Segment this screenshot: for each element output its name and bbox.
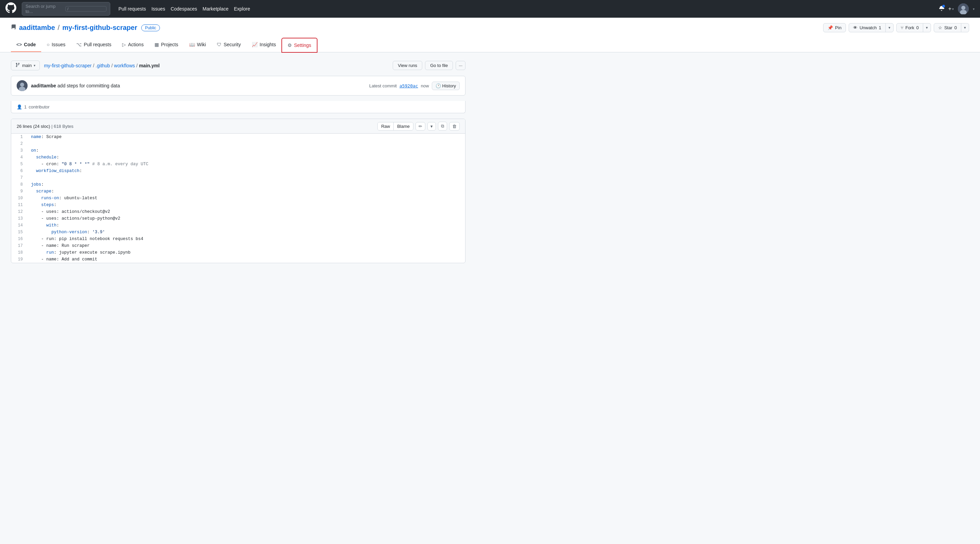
line-number: 19 (11, 256, 28, 263)
user-avatar[interactable] (958, 3, 969, 14)
history-button[interactable]: 🕐 History (432, 82, 460, 90)
commit-hash-link[interactable]: a5920ac (399, 83, 418, 89)
delete-button[interactable]: 🗑 (449, 122, 460, 130)
main-content: main ▾ my-first-github-scraper / .github… (0, 52, 476, 271)
github-logo[interactable] (5, 2, 16, 15)
repo-name-link[interactable]: my-first-github-scraper (62, 24, 137, 32)
fork-count: 0 (916, 25, 919, 30)
line-number: 11 (11, 201, 28, 208)
repo-icon (11, 24, 16, 31)
create-new-button[interactable]: + ▾ (948, 6, 954, 12)
table-row: 19 - name: Add and commit (11, 256, 465, 263)
raw-blame-buttons: Raw Blame (377, 122, 414, 130)
breadcrumb-github[interactable]: .github (95, 63, 110, 68)
pin-button[interactable]: 📌 Pin (823, 23, 846, 32)
slash-badge: / (65, 6, 107, 11)
go-to-file-button[interactable]: Go to file (425, 61, 453, 70)
line-code: workflow_dispatch: (28, 168, 465, 174)
notification-badge (942, 5, 945, 8)
more-options-button[interactable]: ··· (456, 61, 466, 70)
breadcrumb-workflows[interactable]: workflows (114, 63, 135, 68)
fork-button[interactable]: ⑂ Fork 0 (897, 24, 923, 32)
tab-insights[interactable]: 📈 Insights (247, 38, 282, 52)
tab-security[interactable]: 🛡 Security (211, 38, 247, 52)
pr-icon: ⌥ (76, 42, 82, 47)
latest-commit-label: Latest commit (369, 83, 397, 89)
tab-projects[interactable]: ▦ Projects (149, 38, 184, 52)
line-code: run: jupyter execute scrape.ipynb (28, 249, 465, 256)
table-row: 17 - name: Run scraper (11, 243, 465, 249)
breadcrumb-repo[interactable]: my-first-github-scraper (44, 63, 92, 68)
tab-actions[interactable]: ▷ Actions (117, 38, 149, 52)
nav-codespaces[interactable]: Codespaces (170, 6, 197, 11)
star-chevron[interactable]: ▾ (961, 24, 969, 32)
contributor-count: 1 (24, 105, 27, 109)
view-runs-button[interactable]: View runs (393, 61, 422, 70)
top-navigation: Search or jump to... / Pull requests Iss… (0, 0, 980, 18)
svg-point-1 (961, 6, 966, 10)
nav-pull-requests[interactable]: Pull requests (118, 6, 146, 11)
star-count: 0 (955, 25, 957, 30)
unwatch-chevron[interactable]: ▾ (886, 24, 893, 32)
blame-button[interactable]: Blame (394, 122, 413, 130)
wiki-icon: 📖 (189, 42, 195, 47)
line-number: 4 (11, 154, 28, 161)
file-header-row: main ▾ my-first-github-scraper / .github… (11, 60, 466, 70)
branch-name: main (22, 63, 32, 68)
nav-explore[interactable]: Explore (234, 6, 250, 11)
file-action-buttons: View runs Go to file ··· (393, 61, 466, 70)
star-button-group: ☆ Star 0 ▾ (934, 23, 969, 32)
notifications-button[interactable] (939, 5, 944, 13)
branch-selector[interactable]: main ▾ (11, 60, 40, 70)
tab-pull-requests[interactable]: ⌥ Pull requests (71, 38, 117, 52)
commit-author-name[interactable]: aadittambe (31, 83, 56, 89)
branch-chevron-icon: ▾ (34, 63, 35, 67)
table-row: 11 steps: (11, 201, 465, 208)
tab-wiki[interactable]: 📖 Wiki (184, 38, 211, 52)
repo-tabs: <> Code ○ Issues ⌥ Pull requests ▷ Actio… (11, 38, 969, 52)
line-code: - name: Add and commit (28, 256, 465, 263)
line-code: runs-on: ubuntu-latest (28, 195, 465, 201)
unwatch-button[interactable]: 👁 Unwatch 1 (849, 24, 886, 32)
table-row: 9 scrape: (11, 188, 465, 195)
raw-button[interactable]: Raw (378, 122, 394, 130)
line-code: steps: (28, 201, 465, 208)
edit-chevron-button[interactable]: ▾ (427, 122, 436, 130)
tab-code[interactable]: <> Code (11, 38, 41, 52)
nav-marketplace[interactable]: Marketplace (202, 6, 228, 11)
commit-time: now (421, 83, 429, 89)
branch-icon (15, 63, 20, 68)
avatar-chevron-icon: ▾ (973, 7, 975, 11)
nav-issues[interactable]: Issues (151, 6, 165, 11)
line-number: 3 (11, 147, 28, 154)
repo-owner-link[interactable]: aadittambe (19, 24, 55, 32)
breadcrumb-sep-1: / (93, 63, 94, 68)
repo-actions: 📌 Pin 👁 Unwatch 1 ▾ ⑂ Fork 0 ▾ (823, 23, 969, 32)
star-icon: ☆ (938, 25, 942, 30)
commit-info: aadittambe add steps for committing data (31, 83, 366, 89)
contributor-label: contributor (29, 105, 49, 109)
repo-title-row: aadittambe / my-first-github-scraper Pub… (11, 23, 969, 32)
search-box[interactable]: Search or jump to... / (22, 2, 110, 16)
table-row: 15 python-version: '3.9' (11, 229, 465, 236)
file-viewer: 26 lines (24 sloc) | 618 Bytes Raw Blame… (11, 119, 466, 263)
edit-button[interactable]: ✏ (415, 122, 425, 130)
file-lines: 26 lines (24 sloc) (17, 124, 50, 129)
line-code: schedule: (28, 154, 465, 161)
line-number: 18 (11, 249, 28, 256)
code-icon: <> (16, 42, 22, 47)
top-nav-links: Pull requests Issues Codespaces Marketpl… (118, 6, 250, 11)
copy-button[interactable]: ⧉ (438, 122, 447, 130)
tab-settings[interactable]: ⚙ Settings (282, 38, 318, 53)
line-number: 13 (11, 215, 28, 222)
tab-issues[interactable]: ○ Issues (41, 38, 71, 52)
fork-chevron[interactable]: ▾ (923, 24, 931, 32)
line-number: 9 (11, 188, 28, 195)
pin-label: Pin (835, 25, 842, 30)
line-code (28, 174, 465, 181)
table-row: 14 with: (11, 222, 465, 229)
breadcrumb: my-first-github-scraper / .github / work… (44, 63, 159, 68)
line-number: 10 (11, 195, 28, 201)
line-code (28, 140, 465, 147)
star-button[interactable]: ☆ Star 0 (934, 24, 961, 32)
